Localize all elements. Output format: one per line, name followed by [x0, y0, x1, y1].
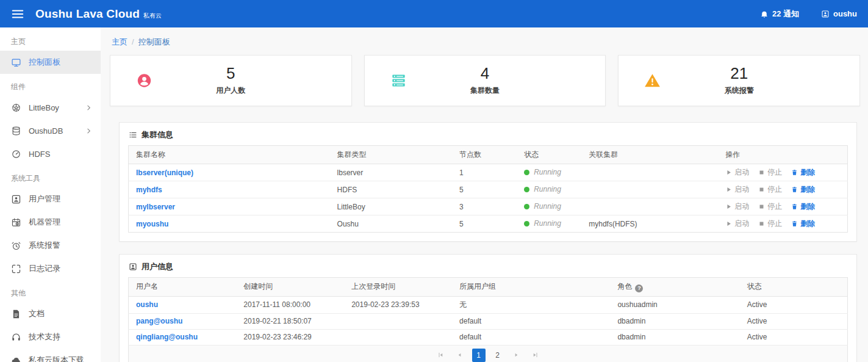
- delete-button[interactable]: 删除: [791, 201, 815, 212]
- status-badge: Running: [524, 202, 561, 211]
- sidebar-item-hdfs[interactable]: HDFS: [0, 142, 101, 165]
- status-dot-icon: [524, 187, 529, 192]
- trash-icon: [791, 186, 798, 193]
- cluster-name-link[interactable]: mylbserver: [136, 203, 175, 211]
- user-circle-icon: [136, 73, 152, 89]
- table-row: lbserver(unique) lbserver 1 Running 启动 停…: [129, 164, 848, 181]
- cluster-name-link[interactable]: myoushu: [136, 220, 168, 228]
- delete-button[interactable]: 删除: [791, 167, 815, 178]
- pagination-first-button[interactable]: [434, 349, 448, 362]
- sidebar-item-support[interactable]: 技术支持: [0, 325, 101, 349]
- delete-button[interactable]: 删除: [791, 219, 815, 229]
- table-row: pang@oushu 2019-02-21 18:50:07 default d…: [129, 313, 848, 329]
- helm-icon: [11, 103, 21, 113]
- stop-icon: [758, 169, 765, 176]
- cluster-name-link[interactable]: myhdfs: [136, 186, 162, 194]
- start-button[interactable]: 启动: [725, 167, 749, 178]
- main-content: 主页/控制面板 5 用户人数 4 集群数量 21 系统报警: [101, 27, 868, 362]
- document-icon: [11, 309, 21, 319]
- hamburger-menu-icon[interactable]: [11, 7, 26, 21]
- stat-card-users: 5 用户人数: [110, 55, 352, 106]
- sidebar-item-dashboard[interactable]: 控制面板: [0, 51, 101, 74]
- username-link[interactable]: qingliang@oushu: [136, 333, 198, 341]
- breadcrumb-home-link[interactable]: 主页: [112, 37, 127, 46]
- start-button[interactable]: 启动: [725, 184, 749, 195]
- stop-button[interactable]: 停止: [758, 201, 782, 212]
- breadcrumb-current: 控制面板: [138, 37, 170, 46]
- username-link[interactable]: pang@oushu: [136, 317, 182, 325]
- table-row: qingliang@oushu 2019-02-23 23:46:29 defa…: [129, 329, 848, 345]
- user-menu-button[interactable]: oushu: [821, 9, 857, 18]
- pagination-page-2[interactable]: 2: [491, 349, 504, 362]
- alarm-icon: [11, 241, 21, 251]
- trash-icon: [791, 220, 798, 227]
- stat-card-alarms: 21 系统报警: [618, 55, 860, 106]
- username-link[interactable]: oushu: [136, 300, 158, 309]
- stat-value: 5: [226, 65, 235, 82]
- pagination: 1 2: [136, 349, 840, 362]
- sidebar-item-machine-management[interactable]: 机器管理: [0, 211, 101, 234]
- stop-button[interactable]: 停止: [758, 167, 782, 178]
- start-button[interactable]: 启动: [725, 219, 749, 229]
- status-badge: Running: [524, 168, 561, 176]
- user-info-panel: 用户信息 用户名 创建时间 上次登录时间 所属用户组 角色? 状态: [119, 254, 857, 362]
- table-row: oushu 2017-11-11 08:00:00 2019-02-23 23:…: [129, 296, 848, 313]
- sidebar-item-logs[interactable]: 日志记录: [0, 257, 101, 280]
- user-card-icon: [129, 262, 137, 271]
- cloud-download-icon: [11, 355, 21, 362]
- trash-icon: [791, 169, 798, 176]
- help-icon[interactable]: ?: [635, 284, 643, 292]
- play-icon: [725, 169, 732, 176]
- sidebar-item-user-management[interactable]: 用户管理: [0, 187, 101, 211]
- stat-label: 集群数量: [470, 85, 500, 96]
- database-icon: [11, 126, 21, 136]
- sidebar-section-tools: 系统工具: [0, 165, 101, 187]
- pagination-next-button[interactable]: [510, 349, 523, 362]
- trash-icon: [791, 203, 798, 210]
- first-page-icon: [437, 352, 444, 358]
- list-icon: [129, 131, 137, 139]
- stop-button[interactable]: 停止: [758, 184, 782, 195]
- server-stack-icon: [390, 73, 407, 89]
- table-header-row: 用户名 创建时间 上次登录时间 所属用户组 角色? 状态: [129, 278, 848, 297]
- status-badge: Running: [524, 185, 561, 194]
- user-panel-title: 用户信息: [129, 261, 847, 272]
- app-logo: Oushu Lava Cloud 私有云: [35, 7, 162, 21]
- user-table: 用户名 创建时间 上次登录时间 所属用户组 角色? 状态 oushu 2017-…: [128, 277, 848, 362]
- last-page-icon: [532, 352, 539, 358]
- warning-triangle-icon: [644, 73, 661, 89]
- app-subtitle: 私有云: [143, 12, 162, 20]
- logs-icon: [11, 264, 21, 274]
- cluster-table: 集群名称 集群类型 节点数 状态 关联集群 操作 lbserver(unique…: [128, 145, 848, 233]
- sidebar: 主页 控制面板 组件 LittleBoy OushuDB HDFS 系统工具 用…: [0, 27, 101, 362]
- sidebar-item-download[interactable]: 私有云版本下载: [0, 349, 101, 362]
- stat-label: 系统报警: [725, 85, 754, 96]
- breadcrumb: 主页/控制面板: [101, 27, 868, 54]
- pagination-prev-button[interactable]: [453, 349, 467, 362]
- stop-icon: [758, 220, 765, 227]
- user-badge-icon: [11, 194, 21, 205]
- sidebar-item-docs[interactable]: 文档: [0, 302, 101, 325]
- stop-button[interactable]: 停止: [758, 219, 782, 229]
- pagination-last-button[interactable]: [529, 349, 542, 362]
- notifications-button[interactable]: 22 通知: [760, 9, 799, 20]
- machine-icon: [11, 217, 21, 228]
- status-dot-icon: [524, 221, 529, 226]
- start-button[interactable]: 启动: [725, 201, 749, 212]
- table-row: myoushu Oushu 5 Running myhdfs(HDFS) 启动 …: [129, 215, 848, 233]
- status-dot-icon: [524, 170, 529, 175]
- sidebar-section-other: 其他: [0, 280, 101, 302]
- stat-label: 用户人数: [216, 85, 245, 96]
- app-title: Oushu Lava Cloud: [35, 7, 140, 21]
- play-icon: [725, 203, 732, 210]
- dashboard-icon: [11, 57, 21, 68]
- sidebar-item-system-alarms[interactable]: 系统报警: [0, 234, 101, 257]
- cluster-name-link[interactable]: lbserver(unique): [136, 168, 193, 177]
- bell-icon: [760, 10, 769, 18]
- delete-button[interactable]: 删除: [791, 184, 815, 195]
- username-label: oushu: [833, 9, 857, 18]
- sidebar-item-oushudb[interactable]: OushuDB: [0, 119, 101, 142]
- status-dot-icon: [524, 204, 529, 209]
- sidebar-item-littleboy[interactable]: LittleBoy: [0, 96, 101, 119]
- pagination-page-1[interactable]: 1: [472, 349, 486, 362]
